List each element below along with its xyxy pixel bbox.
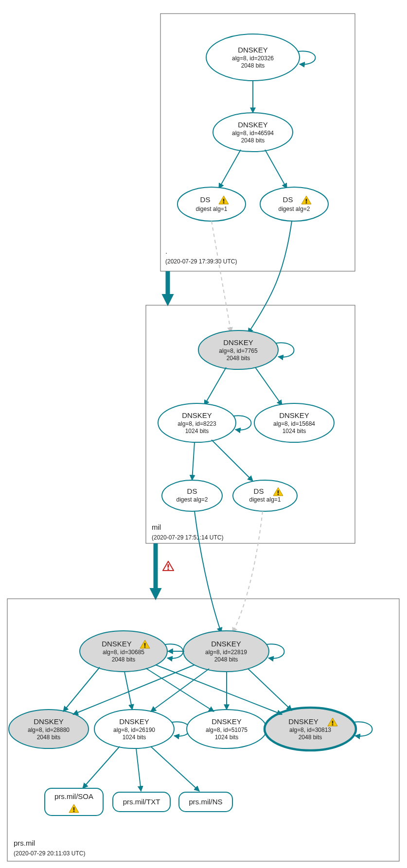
svg-text:2048 bits: 2048 bits (227, 355, 250, 362)
svg-text:alg=8, id=8223: alg=8, id=8223 (177, 420, 216, 427)
edge-22819-26190 (151, 669, 209, 712)
svg-text:1024 bits: 1024 bits (215, 734, 239, 741)
node-mil-zsk1: DNSKEY alg=8, id=8223 1024 bits (158, 403, 236, 442)
edge-22819-28880 (73, 665, 195, 714)
edge-ds2-milksk (248, 221, 292, 333)
svg-text:alg=8, id=30685: alg=8, id=30685 (103, 649, 144, 656)
svg-text:DNSKEY: DNSKEY (238, 121, 268, 129)
edge-milksk-zsk1 (204, 367, 226, 405)
svg-text:2048 bits: 2048 bits (241, 62, 265, 69)
error-icon (163, 561, 174, 571)
svg-text:DNSKEY: DNSKEY (211, 640, 241, 648)
svg-text:alg=8, id=7765: alg=8, id=7765 (219, 347, 258, 354)
node-root-ds1: DS digest alg=1 (177, 187, 246, 221)
edge-milksk-zsk2 (255, 367, 282, 405)
svg-text:prs.mil/NS: prs.mil/NS (189, 798, 222, 806)
node-root-zsk: DNSKEY alg=8, id=46594 2048 bits (213, 113, 293, 152)
svg-point-16 (260, 187, 328, 221)
node-root-ksk: DNSKEY alg=8, id=20326 2048 bits (206, 34, 300, 81)
svg-text:DNSKEY: DNSKEY (223, 338, 253, 347)
svg-text:DNSKEY: DNSKEY (182, 411, 212, 419)
svg-text:2048 bits: 2048 bits (37, 734, 61, 741)
selfloop-mil-ksk (276, 343, 294, 357)
edge-ds1-milksk (212, 221, 231, 332)
svg-text:alg=8, id=28880: alg=8, id=28880 (28, 727, 70, 733)
node-prs-k30813: DNSKEY alg=8, id=30813 2048 bits (265, 708, 356, 750)
svg-text:alg=8, id=22819: alg=8, id=22819 (205, 649, 247, 656)
node-root-ds2: DS digest alg=2 (260, 187, 328, 221)
node-prs-k30685: DNSKEY alg=8, id=30685 2048 bits (80, 631, 167, 672)
zone-ts-prsmil: (2020-07-29 20:11:03 UTC) (14, 850, 85, 857)
node-prs-k28880: DNSKEY alg=8, id=28880 2048 bits (9, 710, 88, 748)
zone-label-root: . (165, 247, 167, 255)
svg-text:DNSKEY: DNSKEY (288, 717, 319, 726)
edge-rootzsk-ds2 (265, 150, 287, 189)
edge-milds2-prsk22819 (195, 511, 221, 633)
dnssec-diagram: . (2020-07-29 17:39:30 UTC) DNSKEY alg=8… (0, 0, 407, 868)
svg-text:DNSKEY: DNSKEY (102, 640, 132, 648)
zone-ts-mil: (2020-07-29 17:51:14 UTC) (152, 534, 223, 541)
svg-text:2048 bits: 2048 bits (214, 656, 238, 663)
node-mil-ds2: DS digest alg=2 (162, 480, 222, 511)
svg-text:2048 bits: 2048 bits (112, 656, 136, 663)
svg-text:alg=8, id=20326: alg=8, id=20326 (232, 55, 274, 62)
node-rr-ns: prs.mil/NS (179, 792, 232, 812)
svg-text:prs.mil/TXT: prs.mil/TXT (123, 798, 160, 806)
svg-text:digest alg=1: digest alg=1 (249, 496, 281, 503)
svg-text:1024 bits: 1024 bits (185, 428, 209, 434)
svg-text:alg=8, id=15684: alg=8, id=15684 (273, 420, 315, 427)
zone-label-mil: mil (152, 523, 161, 531)
svg-text:2048 bits: 2048 bits (299, 734, 322, 741)
svg-point-34 (233, 480, 297, 511)
edge-milds1-prsk22819 (232, 511, 263, 633)
edge-26190-txt (136, 748, 141, 791)
zone-label-prsmil: prs.mil (14, 839, 35, 847)
edge-30685-30813 (156, 665, 282, 714)
edge-26190-soa (83, 746, 120, 788)
svg-text:DS: DS (283, 195, 293, 204)
edge-rootzsk-ds1 (219, 150, 241, 189)
edge-22819-30813 (248, 669, 292, 711)
svg-text:alg=8, id=46594: alg=8, id=46594 (232, 130, 274, 137)
node-rr-soa: prs.mil/SOA (45, 788, 103, 816)
svg-text:1024 bits: 1024 bits (123, 734, 146, 741)
svg-text:alg=8, id=30813: alg=8, id=30813 (289, 727, 331, 733)
svg-text:DS: DS (254, 487, 264, 495)
selfloop-root-ksk (298, 51, 316, 64)
svg-text:digest alg=2: digest alg=2 (176, 496, 208, 503)
svg-text:DNSKEY: DNSKEY (34, 717, 64, 726)
node-mil-ds1: DS digest alg=1 (233, 480, 297, 511)
svg-point-31 (162, 480, 222, 511)
svg-point-13 (177, 187, 246, 221)
svg-text:digest alg=2: digest alg=2 (278, 206, 310, 212)
edge-30685-28880 (63, 667, 100, 712)
edge-26190-ns (151, 746, 199, 791)
zone-ts-root: (2020-07-29 17:39:30 UTC) (165, 258, 237, 265)
svg-text:prs.mil/SOA: prs.mil/SOA (54, 792, 93, 800)
edge-zsk1-ds1 (212, 440, 253, 481)
svg-text:alg=8, id=51075: alg=8, id=51075 (206, 727, 248, 733)
svg-text:DNSKEY: DNSKEY (119, 717, 149, 726)
node-mil-zsk2: DNSKEY alg=8, id=15684 1024 bits (254, 403, 334, 442)
svg-text:DNSKEY: DNSKEY (279, 411, 309, 419)
node-prs-k51075: DNSKEY alg=8, id=51075 1024 bits (187, 710, 266, 748)
svg-text:alg=8, id=26190: alg=8, id=26190 (113, 727, 155, 733)
edge-zsk1-ds2 (192, 442, 195, 480)
node-mil-ksk: DNSKEY alg=8, id=7765 2048 bits (198, 330, 278, 369)
svg-text:digest alg=1: digest alg=1 (195, 206, 227, 212)
svg-text:DS: DS (200, 195, 211, 204)
svg-text:1024 bits: 1024 bits (283, 428, 306, 434)
svg-text:DNSKEY: DNSKEY (238, 46, 268, 54)
svg-text:DNSKEY: DNSKEY (212, 717, 242, 726)
node-rr-txt: prs.mil/TXT (113, 792, 170, 812)
node-prs-k26190: DNSKEY alg=8, id=26190 1024 bits (94, 710, 174, 748)
svg-text:DS: DS (187, 487, 197, 495)
node-prs-k22819: DNSKEY alg=8, id=22819 2048 bits (183, 631, 269, 672)
svg-text:2048 bits: 2048 bits (241, 137, 265, 144)
